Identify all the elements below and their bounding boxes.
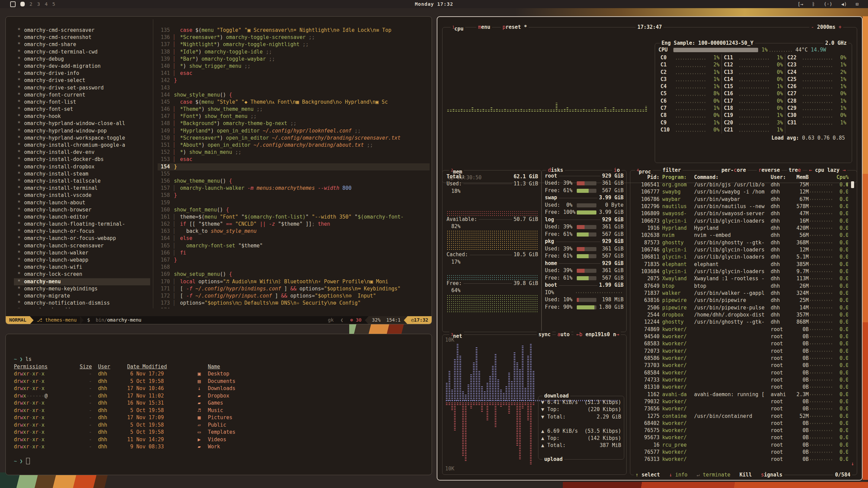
file-item[interactable]: *omarchy-install-steam: [14, 170, 150, 178]
proc-row[interactable]: 79032kworker/root0B0.0: [633, 398, 848, 405]
proc-row[interactable]: 87573ghostty/usr/bin/ghostty --gtk-dhh36…: [633, 239, 848, 246]
file-item[interactable]: *omarchy-cmd-screensaver: [14, 27, 150, 34]
file-item[interactable]: *omarchy-font-set: [14, 106, 150, 113]
file-item[interactable]: *omarchy-cmd-terminal-cwd: [14, 48, 150, 56]
proc-row[interactable]: 2506pipewire/usr/bin/pipewire-pulsedhh14…: [633, 304, 848, 311]
proc-row[interactable]: 12244ghostty/usr/bin/ghostty --gtk-dhh86…: [633, 319, 848, 326]
proc-row[interactable]: 68402kworker/root0B0.0: [633, 420, 848, 427]
file-item[interactable]: *omarchy-launch-or-focus-webapp: [14, 235, 150, 242]
proc-row[interactable]: 1162avahi-daavahi-daemon: running [avahi…: [633, 391, 848, 398]
file-item[interactable]: *omarchy-launch-about: [14, 199, 150, 206]
proc-row[interactable]: 1275containe/usr/bin/containerdroot52M0.…: [633, 413, 848, 420]
proc-sort-selector[interactable]: ← cpu lazy →: [807, 167, 847, 174]
proc-row[interactable]: 102638nvimnvim --embeddhh56M0.0: [633, 232, 848, 239]
proc-row[interactable]: 106777swaybg/usr/bin/swaybg -i /homdhh12…: [633, 188, 848, 196]
file-item[interactable]: *omarchy-notification-dismiss: [14, 300, 150, 307]
proc-table-header[interactable]: Pid: Program: Command: User: MemB Cpu% ↑: [633, 174, 848, 181]
workspace-active-indicator[interactable]: [20, 2, 25, 6]
proc-row[interactable]: 1916HyprlandHyprlanddhh420M0.0: [633, 225, 848, 232]
update-interval-control[interactable]: - 2000ms +: [809, 24, 843, 31]
proc-row[interactable]: 2075XwaylandXwayland :1 -rootless -dhh11…: [633, 275, 848, 282]
dir-name[interactable]: Public: [208, 422, 226, 429]
dir-name[interactable]: Desktop: [208, 370, 229, 378]
menu-button[interactable]: menu: [476, 24, 492, 31]
proc-row[interactable]: 68583kworker/root0B0.0: [633, 340, 848, 347]
file-item[interactable]: *omarchy-font-current: [14, 92, 150, 99]
dir-name[interactable]: Work: [208, 443, 220, 451]
file-item[interactable]: *omarchy-launch-floating-terminal-: [14, 221, 150, 228]
file-item[interactable]: *omarchy-hyprland-window-close-all: [14, 120, 150, 127]
proc-row[interactable]: 68586kworker/root0B0.0: [633, 355, 848, 362]
cpu-chip-icon[interactable]: ⊡: [856, 1, 859, 7]
file-item[interactable]: *omarchy-launch-webapp: [14, 257, 150, 264]
proc-row[interactable]: 63816pipewire/usr/bin/pipewiredhh25M0.0: [633, 297, 848, 304]
file-item[interactable]: *omarchy-install-chromium-google-a: [14, 142, 150, 149]
net-interface-switcher[interactable]: ←b enp191s0 n→: [575, 331, 621, 338]
proc-row[interactable]: 102796nautilus/usr/bin/nautilus --newdhh…: [633, 203, 848, 210]
proc-row[interactable]: 74733kworker/root0B0.0: [633, 377, 848, 384]
proc-row[interactable]: 87649btopbtopdhh26M0.0: [633, 283, 848, 290]
proc-row[interactable]: 73656kworker/root0B0.0: [633, 405, 848, 412]
dir-name[interactable]: Videos: [208, 436, 226, 444]
file-item[interactable]: *omarchy-launch-or-focus: [14, 228, 150, 235]
volume-icon[interactable]: ◀): [841, 1, 847, 7]
preset-button[interactable]: preset *: [501, 24, 529, 31]
network-icon[interactable]: (·): [824, 1, 832, 7]
file-item[interactable]: *omarchy-cmd-share: [14, 41, 150, 48]
file-item[interactable]: *omarchy-install-dropbox: [14, 163, 150, 170]
file-item[interactable]: *omarchy-install-tailscale: [14, 178, 150, 185]
proc-row[interactable]: 72073kworker/root0B0.0: [633, 348, 848, 355]
file-item[interactable]: *omarchy-pkg-add: [14, 307, 150, 308]
proc-row[interactable]: 76577kworker/root0B0.0: [633, 449, 848, 456]
proc-row[interactable]: 95673kworker/root0B0.0: [633, 434, 848, 441]
dir-name[interactable]: Documents: [208, 378, 235, 385]
dir-name[interactable]: Templates: [208, 429, 235, 436]
proc-row[interactable]: 68584kworker/root0B0.0: [633, 369, 848, 377]
file-item[interactable]: *omarchy-install-vscode: [14, 192, 150, 199]
proc-tree-button[interactable]: tree: [787, 167, 803, 174]
code-editor-pane[interactable]: 135 case $(menu "Toggle" "▣ Screensaver\…: [158, 27, 430, 308]
workspace-2[interactable]: 2: [29, 1, 32, 7]
proc-footer-actions[interactable]: ↑ select ↓ info ↵ terminate Kill signals: [634, 471, 784, 479]
file-item[interactable]: *omarchy-install-terminal: [14, 185, 150, 192]
logout-icon[interactable]: [→: [797, 1, 803, 7]
proc-row[interactable]: 73703kworker/root0B0.0: [633, 362, 848, 369]
shell-prompt-line[interactable]: ~❯: [14, 458, 428, 465]
proc-row[interactable]: 106673glycin-i/usr/lib/glycin-loadersdhh…: [633, 218, 848, 225]
proc-reverse-button[interactable]: reverse: [757, 167, 782, 174]
file-item[interactable]: *omarchy-migrate: [14, 292, 150, 300]
dir-name[interactable]: Dropbox: [208, 392, 229, 400]
proc-row[interactable]: 106811glycin-i/usr/lib/glycin-loadersdhh…: [633, 253, 848, 261]
file-item[interactable]: *omarchy-dev-add-migration: [14, 63, 150, 70]
file-item[interactable]: *omarchy-launch-browser: [14, 206, 150, 214]
dir-name[interactable]: Games: [208, 400, 223, 407]
net-sync-button[interactable]: sync: [537, 331, 552, 338]
net-auto-button[interactable]: auto: [556, 331, 571, 338]
proc-row[interactable]: 106786waybar/usr/bin/waybardhh67M0.0: [633, 196, 848, 203]
proc-row[interactable]: 71835elephantelephantdhh385M0.0: [633, 261, 848, 268]
file-item[interactable]: *omarchy-cmd-screenshot: [14, 34, 150, 41]
dir-name[interactable]: Downloads: [208, 385, 235, 392]
file-item[interactable]: *omarchy-hook: [14, 113, 150, 120]
tab-proc[interactable]: 4proc: [635, 167, 653, 174]
proc-table[interactable]: 106541org.gnom/usr/bin/gjs /usr/lib/odhh…: [633, 181, 848, 470]
file-item[interactable]: *omarchy-launch-wifi: [14, 264, 150, 271]
editor-terminal-window[interactable]: *omarchy-cmd-screensaver*omarchy-cmd-scr…: [5, 16, 432, 324]
file-item[interactable]: *omarchy-drive-info: [14, 70, 150, 77]
proc-filter-button[interactable]: filter: [661, 167, 683, 174]
file-item[interactable]: *omarchy-font-list: [14, 99, 150, 106]
workspace-3[interactable]: 3: [37, 1, 40, 7]
proc-row[interactable]: 106541org.gnom/usr/bin/gjs /usr/lib/odhh…: [633, 181, 848, 188]
file-item[interactable]: *omarchy-hyprland-workspace-toggle: [14, 135, 150, 142]
file-item[interactable]: *omarchy-launch-walker: [14, 249, 150, 257]
file-item[interactable]: *omarchy-drive-set-password: [14, 84, 150, 92]
proc-row[interactable]: 106809swayosd-/usr/bin/swayosd-serverdhh…: [633, 210, 848, 217]
file-item[interactable]: *omarchy-lock-screen: [14, 271, 150, 278]
proc-row[interactable]: 106746glycin-i/usr/lib/glycin-loadersdhh…: [633, 246, 848, 253]
file-item[interactable]: *omarchy-install-docker-dbs: [14, 156, 150, 163]
dir-name[interactable]: Music: [208, 407, 223, 414]
workspace-4[interactable]: 4: [45, 1, 47, 7]
proc-row[interactable]: 16rcu_preeroot0B0.0: [633, 442, 848, 449]
file-item[interactable]: *omarchy-launch-screensaver: [14, 242, 150, 249]
proc-percore-button[interactable]: per-core: [720, 167, 748, 174]
